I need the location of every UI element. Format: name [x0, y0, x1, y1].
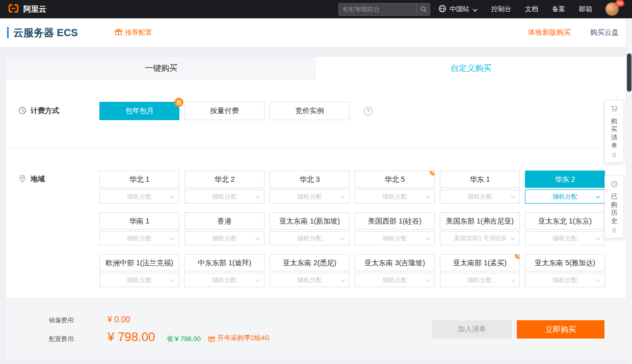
region-badge: 惠 [430, 171, 435, 176]
region-button[interactable]: 亚太东南 1(新加坡) [270, 212, 350, 230]
region-button[interactable]: 亚太东南 3(吉隆坡) [355, 254, 435, 271]
buy-now-button[interactable]: 立即购买 [517, 320, 604, 339]
topbar-link[interactable]: 备案 [552, 5, 565, 14]
zone-select[interactable]: 随机分配 [185, 189, 265, 204]
region-name-label: 亚太南部 1(孟买) [453, 259, 507, 267]
brand-name: 阿里云 [23, 5, 46, 14]
zone-select[interactable]: 随机分配 [185, 273, 265, 287]
zone-select[interactable]: 随机分配 [99, 189, 179, 204]
zone-select[interactable]: 随机分配 [355, 273, 435, 287]
recommend-config-link[interactable]: 推荐配置 [115, 28, 152, 37]
zone-label: 随机分配 [213, 276, 237, 285]
topbar-link-label: 控制台 [491, 5, 511, 13]
zone-select[interactable]: 美国东部1 可用区B [440, 231, 520, 245]
region-button[interactable]: 欧洲中部 1(法兰克福) [99, 254, 179, 271]
chevron-down-icon [340, 195, 345, 199]
zone-select[interactable]: 随机分配 [525, 189, 605, 204]
history-count: 0 [605, 227, 623, 234]
region-name-label: 华北 1 [129, 175, 150, 183]
region-button[interactable]: 华北 5 惠 [355, 171, 435, 188]
region-button[interactable]: 美国东部 1(弗吉尼亚) [440, 212, 520, 230]
region-button[interactable]: 美国西部 1(硅谷) [355, 212, 435, 230]
billing-section: 计费方式 包年包月 惠 按量付费 竞价实例 ? [6, 102, 626, 120]
add-to-cart-button[interactable]: 加入清单 [432, 320, 512, 339]
region-button[interactable]: 亚太东南 5(雅加达) [525, 254, 605, 271]
main-panel: 一键购买 自定义购买 计费方式 包年包月 惠 按量付费 竞价实例 ? [6, 57, 626, 360]
region-button[interactable]: 华北 2 [185, 171, 265, 188]
new-version-link[interactable]: 体验新版购买 [528, 28, 571, 37]
zone-select[interactable]: 随机分配 [185, 231, 265, 245]
region-button[interactable]: 亚太南部 1(孟买) 新 [440, 254, 520, 271]
region-button[interactable]: 华东 1 [440, 171, 520, 188]
gift-icon [208, 334, 215, 343]
search-icon[interactable] [416, 4, 430, 15]
site-selector[interactable]: 中国站 [438, 5, 478, 14]
zone-label: 随机分配 [213, 234, 237, 243]
tab-custom-buy[interactable]: 自定义购买 [316, 57, 626, 79]
region-button[interactable]: 华南 1 [99, 212, 179, 230]
zone-select[interactable]: 随机分配 [99, 273, 179, 287]
region-button[interactable]: 华东 2 [525, 171, 605, 188]
cart-widget[interactable]: 购买清单 0 [604, 100, 624, 163]
chevron-down-icon [472, 6, 478, 13]
zone-select[interactable]: 随机分配 [270, 189, 350, 204]
zone-select[interactable]: 随机分配 [525, 231, 605, 245]
region-button[interactable]: 亚太东北 1(东京) [525, 212, 605, 230]
brand[interactable]: 阿里云 [7, 2, 46, 16]
scrollbar-track[interactable] [626, 18, 632, 364]
image-fee-label: 镜像费用: [49, 316, 108, 325]
billing-option-button[interactable]: 竞价实例 [270, 102, 350, 120]
topbar-link[interactable]: 文档 [525, 5, 538, 14]
region-button[interactable]: 华北 3 [270, 171, 350, 188]
region-cell: 华北 3 随机分配 [270, 171, 350, 204]
region-button[interactable]: 香港 [185, 212, 265, 230]
zone-select[interactable]: 随机分配 [525, 273, 605, 287]
zone-label: 随机分配 [127, 192, 152, 201]
zone-label: 随机分配 [298, 276, 322, 285]
region-name-label: 亚太东南 1(新加坡) [279, 217, 340, 225]
cart-widget-label: 购买清单 [611, 117, 618, 150]
zone-select[interactable]: 随机分配 [440, 189, 520, 204]
region-name-label: 华北 5 [385, 175, 405, 183]
title-accent-bar [7, 27, 9, 38]
zone-label: 随机分配 [213, 192, 237, 201]
zone-select[interactable]: 随机分配 [440, 273, 520, 287]
zone-label: 随机分配 [298, 234, 322, 243]
zone-select[interactable]: 随机分配 [355, 189, 435, 204]
tab-one-click-buy[interactable]: 一键购买 [6, 57, 316, 79]
zone-select[interactable]: 随机分配 [270, 231, 350, 245]
zone-label: 随机分配 [553, 192, 577, 201]
history-widget[interactable]: 已购历史 0 [604, 175, 624, 238]
scrollbar-thumb[interactable] [627, 53, 631, 92]
help-icon[interactable]: ? [364, 107, 373, 116]
region-cell: 亚太东北 1(东京) 随机分配 [525, 212, 605, 245]
region-cell: 亚太南部 1(孟买) 新 随机分配 [440, 254, 520, 287]
region-name-label: 华北 3 [300, 175, 320, 183]
region-button[interactable]: 亚太东南 2(悉尼) [270, 254, 350, 271]
notification-badge: 34 [615, 0, 624, 7]
topbar-link[interactable]: 邮箱 [579, 5, 592, 14]
region-button[interactable]: 中东东部 1(迪拜) [185, 254, 265, 271]
zone-select[interactable]: 随机分配 [270, 273, 350, 287]
billing-option-button[interactable]: 包年包月 惠 [99, 102, 179, 120]
topbar-link[interactable]: 控制台 [491, 5, 511, 14]
chevron-down-icon [511, 237, 515, 240]
region-cell: 华南 1 随机分配 [99, 212, 179, 245]
avatar[interactable]: 34 [605, 3, 619, 16]
fees-summary: 镜像费用: ¥ 0.00 配置费用: ¥ 798.00 省:¥ 798.00 开… [49, 315, 270, 344]
chevron-down-icon [596, 237, 600, 240]
zone-select[interactable]: 随机分配 [355, 231, 435, 245]
billing-option-button[interactable]: 按量付费 [185, 102, 265, 120]
region-name-label: 亚太东南 5(雅加达) [535, 259, 595, 267]
chevron-down-icon [170, 237, 175, 240]
region-grid: 华北 1 随机分配 华北 2 随机分配 华北 3 随机分配 华北 5 惠 [99, 171, 605, 287]
zone-label: 随机分配 [383, 234, 407, 243]
region-button[interactable]: 华北 1 [99, 171, 179, 188]
region-cell: 欧洲中部 1(法兰克福) 随机分配 [99, 254, 179, 287]
buy-disk-link[interactable]: 购买云盘 [590, 28, 619, 37]
region-cell: 香港 随机分配 [185, 212, 265, 245]
billing-icon [18, 106, 27, 116]
zone-select[interactable]: 随机分配 [99, 231, 179, 245]
search-input[interactable] [339, 4, 416, 15]
billing-option-label: 竞价实例 [296, 106, 324, 115]
